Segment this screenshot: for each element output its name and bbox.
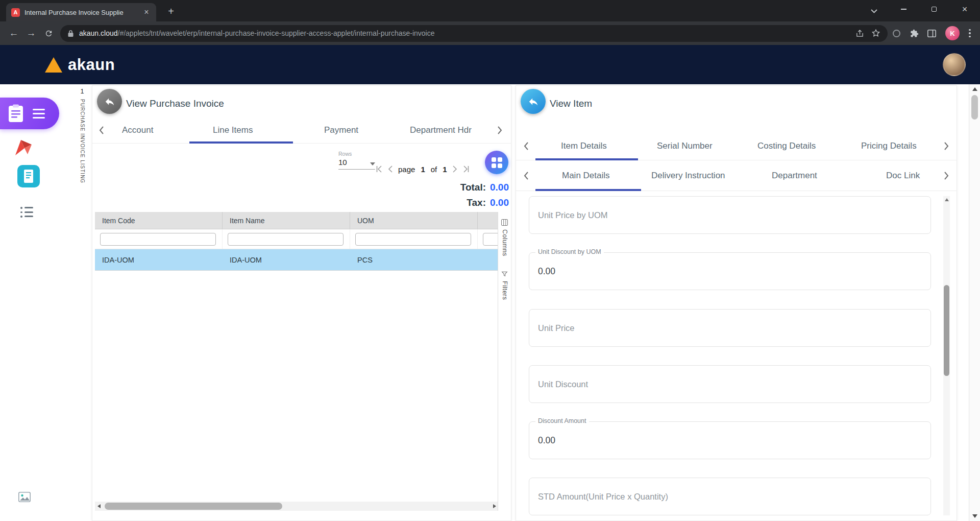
tab-main-details[interactable]: Main Details — [562, 160, 610, 191]
extensions-puzzle-icon[interactable] — [905, 25, 923, 42]
tab-pricing-details[interactable]: Pricing Details — [861, 132, 917, 160]
filter-input-uom[interactable] — [355, 233, 471, 246]
side-panel-icon[interactable] — [923, 25, 940, 42]
tab-department[interactable]: Department — [772, 160, 817, 191]
tab-line-items[interactable]: Line Items — [213, 117, 253, 143]
applet-switcher-pill[interactable] — [0, 98, 59, 129]
user-avatar[interactable] — [943, 53, 966, 76]
extension-circle-icon[interactable] — [893, 30, 900, 37]
window-minimize-button[interactable] — [890, 0, 917, 18]
first-page-button[interactable] — [376, 165, 382, 173]
listing-label: PURCHASE INVOICE LISTING — [80, 99, 85, 183]
totals-summary: Total:0.00 Tax:0.00 — [460, 180, 509, 210]
filters-tool[interactable]: Filters — [501, 271, 508, 300]
scroll-up-arrow-icon[interactable] — [945, 198, 949, 201]
tab-serial-number[interactable]: Serial Number — [657, 132, 713, 160]
tax-label: Tax: — [467, 197, 486, 208]
lock-icon[interactable] — [67, 30, 74, 37]
grid-view-button[interactable] — [485, 151, 508, 174]
scroll-up-arrow-icon[interactable] — [972, 87, 977, 91]
tab-delivery-instruction[interactable]: Delivery Instruction — [651, 160, 725, 191]
item-panel-scroll-thumb[interactable] — [944, 285, 949, 376]
browser-profile-avatar[interactable]: K — [945, 26, 960, 40]
app-header: akaun — [0, 45, 980, 84]
sidebar-image-icon[interactable] — [18, 492, 31, 502]
window-close-button[interactable]: × — [951, 0, 978, 18]
scroll-right-arrow-icon[interactable] — [493, 504, 496, 508]
forward-button[interactable]: → — [22, 25, 40, 42]
page-scroll-thumb[interactable] — [971, 95, 978, 120]
horizontal-scrollbar[interactable] — [95, 502, 499, 511]
filter-input-item-name[interactable] — [228, 233, 344, 246]
tab-doc-link[interactable]: Doc Link — [886, 160, 920, 191]
field-unit-price[interactable]: Unit Price — [529, 309, 931, 347]
page-scrollbar[interactable] — [969, 84, 980, 521]
share-icon[interactable] — [855, 29, 864, 38]
last-page-button[interactable] — [463, 165, 469, 173]
tabs-scroll-right-icon[interactable] — [944, 132, 949, 160]
url-path: /#/applets/tnt/wavelet/erp/internal-purc… — [118, 29, 435, 37]
menu-hamburger-icon[interactable] — [33, 109, 45, 119]
tab-item-details[interactable]: Item Details — [561, 132, 607, 160]
tab-account[interactable]: Account — [122, 117, 153, 143]
field-std-amount[interactable]: STD Amount(Unit Price x Quantity) — [529, 478, 931, 515]
listing-strip: 1 PURCHASE INVOICE LISTING — [77, 88, 88, 183]
reply-arrow-icon — [104, 96, 115, 107]
tab-close-icon[interactable]: × — [142, 8, 151, 17]
browser-tab[interactable]: A Internal Purchase Invoice Supplie × — [6, 3, 156, 21]
bookmark-star-icon[interactable] — [871, 29, 880, 38]
akaun-logo-triangle-icon — [45, 57, 62, 73]
browser-menu-kebab-icon[interactable] — [965, 25, 975, 42]
prev-page-button[interactable] — [388, 165, 393, 173]
invoice-tabs: Account Line Items Payment Department Hd… — [92, 117, 511, 144]
rows-per-page-select[interactable]: 10 — [338, 158, 375, 170]
filter-funnel-icon — [501, 271, 508, 277]
clipboard-icon — [8, 104, 23, 123]
tabs-scroll-left-icon[interactable] — [523, 160, 529, 191]
reload-button[interactable] — [40, 25, 57, 42]
sidebar-invoice-app-icon[interactable] — [17, 165, 40, 187]
column-header-item-name[interactable]: Item Name — [223, 212, 350, 229]
item-panel-title: View Item — [550, 98, 592, 109]
tabs-scroll-right-icon[interactable] — [944, 160, 949, 191]
filter-input-item-code[interactable] — [100, 233, 216, 246]
field-unit-discount-by-uom[interactable]: Unit Discount by UOM 0.00 — [529, 252, 931, 290]
next-page-button[interactable] — [453, 165, 457, 173]
field-unit-price-by-uom[interactable]: Unit Price by UOM — [529, 196, 931, 234]
tab-payment[interactable]: Payment — [324, 117, 358, 143]
tabs-scroll-left-icon[interactable] — [99, 117, 104, 143]
tabs-scroll-right-icon[interactable] — [497, 117, 503, 143]
total-pages-number: 1 — [443, 165, 447, 174]
tab-department-hdr[interactable]: Department Hdr — [410, 117, 472, 143]
column-header-partial — [478, 212, 499, 229]
address-bar[interactable]: akaun.cloud/#/applets/tnt/wavelet/erp/in… — [60, 25, 888, 42]
scroll-left-arrow-icon[interactable] — [97, 504, 101, 508]
invoice-back-button[interactable] — [97, 89, 122, 114]
cell-uom: PCS — [350, 249, 478, 270]
table-row[interactable]: IDA-UOM IDA-UOM PCS — [95, 249, 499, 271]
maximize-icon — [932, 7, 937, 12]
filters-tool-label: Filters — [501, 281, 508, 300]
tabs-scroll-left-icon[interactable] — [523, 132, 529, 160]
filter-input-partial[interactable] — [483, 233, 499, 246]
item-primary-tabs: Item Details Serial Number Costing Detai… — [516, 132, 957, 160]
tab-search-icon[interactable] — [868, 5, 880, 17]
columns-tool[interactable]: Columns — [501, 219, 508, 256]
horizontal-scroll-thumb[interactable] — [105, 503, 282, 510]
close-icon: × — [962, 5, 968, 14]
back-button[interactable]: ← — [5, 25, 22, 42]
scroll-down-arrow-icon[interactable] — [972, 514, 977, 518]
field-discount-amount[interactable]: Discount Amount 0.00 — [529, 421, 931, 459]
sidebar-list-icon[interactable] — [20, 207, 33, 218]
window-maximize-button[interactable] — [921, 0, 947, 18]
column-header-uom[interactable]: UOM — [350, 212, 478, 229]
sidebar-origami-app-icon[interactable] — [14, 138, 33, 157]
line-items-table: Item Code Item Name UOM IDA-UOM IDA-UOM … — [95, 212, 499, 271]
field-unit-discount[interactable]: Unit Discount — [529, 365, 931, 403]
item-back-button[interactable] — [521, 89, 546, 114]
tab-costing-details[interactable]: Costing Details — [757, 132, 816, 160]
item-panel-scrollbar[interactable] — [943, 196, 950, 515]
total-label: Total: — [460, 182, 486, 193]
new-tab-button[interactable]: + — [164, 5, 178, 18]
column-header-item-code[interactable]: Item Code — [95, 212, 223, 229]
